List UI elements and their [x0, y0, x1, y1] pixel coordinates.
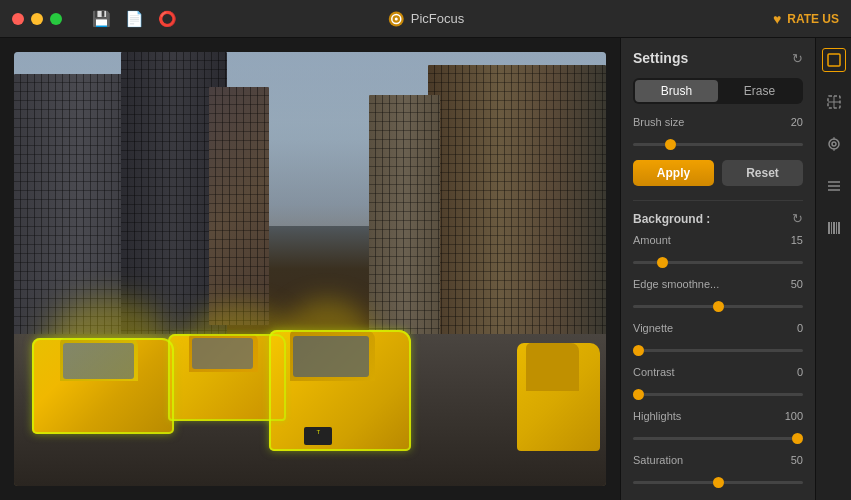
- traffic-lights: [12, 13, 62, 25]
- vignette-slider[interactable]: [633, 349, 803, 352]
- edge-smoothness-value: 50: [791, 278, 803, 290]
- brush-size-row: Brush size 20: [633, 116, 803, 128]
- svg-rect-17: [836, 222, 837, 234]
- main-area: T Settings ↻ Brush Erase B: [0, 38, 851, 500]
- edge-smoothness-label: Edge smoothne...: [633, 278, 719, 290]
- svg-point-8: [832, 142, 836, 146]
- background-section-header: Background : ↻: [633, 211, 803, 226]
- background-refresh-icon[interactable]: ↻: [792, 211, 803, 226]
- share-icon[interactable]: ⭕: [158, 10, 177, 28]
- scene-background: T: [14, 52, 606, 486]
- erase-mode-button[interactable]: Erase: [718, 80, 801, 102]
- right-sidebar: [815, 38, 851, 500]
- vignette-slider-container: [633, 338, 803, 356]
- titlebar-right: ♥ RATE US: [773, 11, 839, 27]
- contrast-slider-container: [633, 382, 803, 400]
- background-label: Background :: [633, 212, 710, 226]
- reset-button[interactable]: Reset: [722, 160, 803, 186]
- amount-row: Amount 15: [633, 234, 803, 246]
- brush-size-label: Brush size: [633, 116, 684, 128]
- highlights-label: Highlights: [633, 410, 681, 422]
- contrast-value: 0: [797, 366, 803, 378]
- highlights-slider[interactable]: [633, 437, 803, 440]
- edge-smoothness-slider[interactable]: [633, 305, 803, 308]
- save-icon[interactable]: 💾: [92, 10, 111, 28]
- svg-rect-18: [838, 222, 840, 234]
- amount-slider[interactable]: [633, 261, 803, 264]
- highlights-value: 100: [785, 410, 803, 422]
- titlebar-center: PicFocus: [387, 10, 464, 28]
- amount-value: 15: [791, 234, 803, 246]
- settings-header: Settings ↻: [633, 50, 803, 66]
- action-buttons: Apply Reset: [633, 160, 803, 186]
- heart-icon: ♥: [773, 11, 781, 27]
- brush-size-slider-container: [633, 132, 803, 150]
- saturation-slider-container: [633, 470, 803, 488]
- list-icon[interactable]: [822, 174, 846, 198]
- settings-panel: Settings ↻ Brush Erase Brush size 20 App…: [620, 38, 815, 500]
- svg-point-7: [829, 139, 839, 149]
- app-logo: [387, 10, 405, 28]
- brush-mode-button[interactable]: Brush: [635, 80, 718, 102]
- contrast-label: Contrast: [633, 366, 675, 378]
- brush-size-value: 20: [791, 116, 803, 128]
- image-container: T: [14, 52, 606, 486]
- app-name: PicFocus: [411, 11, 464, 26]
- highlights-row: Highlights 100: [633, 410, 803, 422]
- edge-smoothness-row: Edge smoothne... 50: [633, 278, 803, 290]
- amount-slider-container: [633, 250, 803, 268]
- divider-1: [633, 200, 803, 201]
- titlebar: 💾 📄 ⭕ PicFocus ♥ RATE US: [0, 0, 851, 38]
- minimize-button[interactable]: [31, 13, 43, 25]
- crop-icon[interactable]: [822, 48, 846, 72]
- fullscreen-button[interactable]: [50, 13, 62, 25]
- saturation-value: 50: [791, 454, 803, 466]
- contrast-row: Contrast 0: [633, 366, 803, 378]
- svg-point-2: [394, 17, 397, 20]
- amount-label: Amount: [633, 234, 671, 246]
- svg-rect-16: [833, 222, 835, 234]
- svg-rect-3: [828, 54, 840, 66]
- canvas-area[interactable]: T: [0, 38, 620, 500]
- document-icon[interactable]: 📄: [125, 10, 144, 28]
- saturation-slider[interactable]: [633, 481, 803, 484]
- refresh-icon[interactable]: ↻: [792, 51, 803, 66]
- saturation-label: Saturation: [633, 454, 683, 466]
- vignette-value: 0: [797, 322, 803, 334]
- edge-smoothness-slider-container: [633, 294, 803, 312]
- titlebar-tools: 💾 📄 ⭕: [92, 10, 177, 28]
- vignette-row: Vignette 0: [633, 322, 803, 334]
- rate-us-label[interactable]: RATE US: [787, 12, 839, 26]
- close-button[interactable]: [12, 13, 24, 25]
- barcode-icon[interactable]: [822, 216, 846, 240]
- svg-rect-14: [828, 222, 830, 234]
- contrast-slider[interactable]: [633, 393, 803, 396]
- highlights-slider-container: [633, 426, 803, 444]
- mode-toggle: Brush Erase: [633, 78, 803, 104]
- apply-button[interactable]: Apply: [633, 160, 714, 186]
- vignette-label: Vignette: [633, 322, 673, 334]
- target-icon[interactable]: [822, 132, 846, 156]
- svg-rect-15: [831, 222, 832, 234]
- selection-icon[interactable]: [822, 90, 846, 114]
- settings-title: Settings: [633, 50, 688, 66]
- brush-size-slider[interactable]: [633, 143, 803, 146]
- saturation-row: Saturation 50: [633, 454, 803, 466]
